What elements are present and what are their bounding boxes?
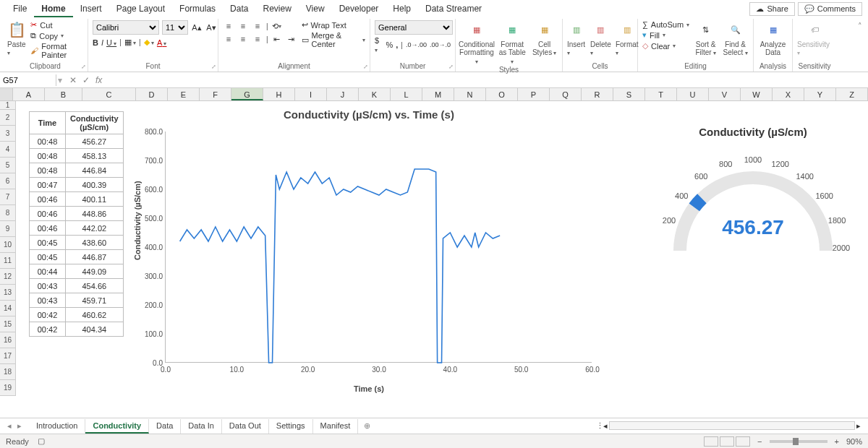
row-header-18[interactable]: 18 [0, 364, 16, 380]
table-row[interactable]: 00:48458.13 [30, 149, 124, 163]
cell-time[interactable]: 00:48 [30, 149, 66, 163]
orientation-icon[interactable]: ⟲ [271, 20, 283, 32]
zoom-out-button[interactable]: − [757, 437, 762, 446]
copy-button[interactable]: ⧉Copy [30, 31, 83, 40]
column-header-M[interactable]: M [422, 88, 454, 100]
analyze-data-button[interactable]: Analyze Data [758, 40, 788, 56]
find-select-button[interactable]: Find & Select [722, 40, 749, 57]
insert-cells-button[interactable]: Insert [567, 40, 586, 56]
formula-input[interactable] [108, 74, 868, 86]
row-header-4[interactable]: 4 [0, 142, 16, 158]
column-header-G[interactable]: G [231, 88, 263, 100]
find-select-icon[interactable]: 🔍 [726, 20, 745, 39]
paste-icon[interactable]: 📋 [7, 20, 26, 39]
cell-time[interactable]: 00:42 [30, 322, 66, 337]
column-header-Z[interactable]: Z [836, 88, 868, 100]
fill-color-button[interactable]: ◆ [144, 38, 154, 47]
cell-conductivity[interactable]: 446.87 [66, 250, 124, 264]
sheet-tab-data-out[interactable]: Data Out [222, 419, 269, 434]
add-sheet-button[interactable]: ⊕ [358, 421, 376, 431]
align-right-icon[interactable]: ≡ [252, 33, 263, 45]
column-header-N[interactable]: N [454, 88, 486, 100]
table-row[interactable]: 00:46442.02 [30, 221, 124, 236]
enter-formula-icon[interactable]: ✓ [82, 75, 90, 85]
cell-conductivity[interactable]: 446.84 [66, 163, 124, 178]
share-button[interactable]: ☁Share [749, 2, 794, 16]
row-header-9[interactable]: 9 [0, 221, 16, 237]
fill-button[interactable]: ▾Fill [642, 30, 689, 40]
row-header-14[interactable]: 14 [0, 301, 16, 316]
sheet-tab-introduction[interactable]: Introduction [29, 419, 85, 434]
column-header-Q[interactable]: Q [550, 88, 582, 100]
column-header-P[interactable]: P [518, 88, 550, 100]
comments-button[interactable]: 💬Comments [798, 2, 862, 16]
font-color-button[interactable]: A [157, 38, 167, 47]
align-left-icon[interactable]: ≡ [223, 33, 234, 45]
percent-format-button[interactable]: % [386, 40, 393, 49]
cell-time[interactable]: 00:45 [30, 236, 66, 250]
cell-time[interactable]: 00:48 [30, 134, 66, 149]
comma-format-button[interactable]: , [396, 40, 398, 49]
italic-button[interactable]: I [101, 38, 103, 47]
delete-cells-button[interactable]: Delete [590, 40, 611, 56]
cut-button[interactable]: ✂Cut [30, 20, 83, 30]
fx-icon[interactable]: fx [95, 75, 102, 85]
decrease-decimal-button[interactable]: .00→.0 [430, 41, 451, 48]
row-header-5[interactable]: 5 [0, 158, 16, 173]
column-header-H[interactable]: H [263, 88, 295, 100]
format-painter-button[interactable]: 🖌Format Painter [30, 42, 83, 59]
menu-tab-data[interactable]: Data [223, 1, 255, 16]
font-size-select[interactable]: 11 [162, 20, 188, 35]
table-row[interactable]: 00:44449.09 [30, 264, 124, 279]
sheet-tab-manifest[interactable]: Manifest [313, 419, 359, 434]
align-middle-icon[interactable]: ≡ [237, 20, 249, 32]
format-cells-button[interactable]: Format [616, 40, 639, 56]
row-header-15[interactable]: 15 [0, 316, 16, 332]
column-header-C[interactable]: C [82, 88, 136, 100]
format-as-table-icon[interactable]: ▦ [503, 20, 522, 39]
row-header-16[interactable]: 16 [0, 332, 16, 348]
column-header-T[interactable]: T [645, 88, 677, 100]
decrease-font-icon[interactable]: A▾ [205, 22, 217, 33]
cell-time[interactable]: 00:43 [30, 293, 66, 308]
row-header-11[interactable]: 11 [0, 253, 16, 269]
cell-conductivity[interactable]: 438.60 [66, 236, 124, 250]
analyze-data-icon[interactable]: ▦ [764, 20, 783, 39]
menu-tab-home[interactable]: Home [34, 1, 72, 17]
cancel-formula-icon[interactable]: ✕ [69, 75, 77, 85]
number-dialog-launcher[interactable]: ⤢ [448, 64, 454, 70]
number-format-select[interactable]: General [375, 20, 453, 35]
menu-tab-developer[interactable]: Developer [332, 1, 386, 16]
column-header-Y[interactable]: Y [804, 88, 836, 100]
column-header-B[interactable]: B [45, 88, 82, 100]
collapse-ribbon-button[interactable]: ˄ [855, 19, 865, 72]
select-all-button[interactable] [0, 88, 13, 100]
column-header-E[interactable]: E [168, 88, 200, 100]
cell-conductivity[interactable]: 448.86 [66, 207, 124, 221]
delete-cells-icon[interactable]: ▥ [591, 20, 610, 39]
name-box[interactable] [0, 74, 56, 86]
page-break-view-button[interactable] [736, 436, 750, 447]
table-row[interactable]: 00:45438.60 [30, 236, 124, 250]
zoom-in-button[interactable]: + [835, 437, 839, 446]
font-dialog-launcher[interactable]: ⤢ [211, 64, 216, 70]
increase-font-icon[interactable]: A▴ [191, 22, 203, 33]
row-header-7[interactable]: 7 [0, 189, 16, 205]
underline-button[interactable]: U [106, 38, 116, 47]
column-header-L[interactable]: L [391, 88, 422, 100]
menu-tab-page-layout[interactable]: Page Layout [109, 1, 172, 16]
table-row[interactable]: 00:43459.71 [30, 293, 124, 308]
table-row[interactable]: 00:42404.34 [30, 322, 124, 337]
table-row[interactable]: 00:48456.27 [30, 134, 124, 149]
row-header-17[interactable]: 17 [0, 348, 16, 364]
row-header-13[interactable]: 13 [0, 285, 16, 301]
column-header-V[interactable]: V [709, 88, 741, 100]
sheet-tab-data-in[interactable]: Data In [181, 419, 221, 434]
row-header-19[interactable]: 19 [0, 380, 16, 396]
cell-time[interactable]: 00:46 [30, 207, 66, 221]
row-header-8[interactable]: 8 [0, 205, 16, 221]
horizontal-scrollbar[interactable] [609, 421, 855, 430]
align-top-icon[interactable]: ≡ [223, 20, 234, 32]
menu-tab-formulas[interactable]: Formulas [172, 1, 223, 16]
cell-conductivity[interactable]: 449.09 [66, 264, 124, 279]
